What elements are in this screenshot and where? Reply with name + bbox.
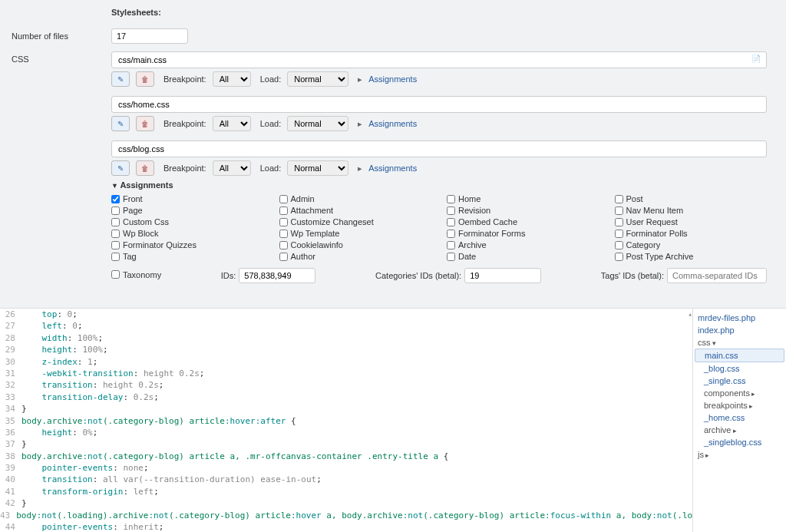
code-line[interactable]: 27 left: 0; bbox=[0, 320, 692, 332]
assign-item[interactable]: Archive bbox=[447, 240, 599, 249]
assign-checkbox[interactable] bbox=[447, 253, 455, 261]
assign-item[interactable]: Attachment bbox=[279, 206, 432, 215]
assign-item[interactable]: Category bbox=[615, 240, 768, 249]
code-text[interactable]: top: 0; bbox=[21, 309, 692, 320]
code-text[interactable]: z-index: 1; bbox=[21, 356, 692, 368]
assign-checkbox[interactable] bbox=[111, 241, 120, 249]
assign-checkbox[interactable] bbox=[615, 241, 623, 249]
code-text[interactable]: } bbox=[21, 497, 692, 509]
assign-item[interactable]: Wp Block bbox=[111, 229, 264, 238]
assign-item[interactable]: Wp Template bbox=[279, 229, 432, 238]
assign-checkbox[interactable] bbox=[279, 230, 288, 238]
assign-item[interactable]: Forminator Quizzes bbox=[111, 240, 264, 249]
file-tree-folder[interactable]: breakpoints bbox=[695, 399, 784, 411]
code-text[interactable]: -webkit-transition: height 0.2s; bbox=[21, 368, 692, 379]
assign-checkbox[interactable] bbox=[615, 230, 623, 238]
assign-checkbox[interactable] bbox=[615, 253, 623, 261]
file-tree-folder[interactable]: js bbox=[695, 448, 784, 461]
assign-item[interactable]: Date bbox=[447, 252, 599, 261]
code-text[interactable]: transition: height 0.2s; bbox=[21, 379, 692, 391]
file-tree-file[interactable]: main.css bbox=[695, 349, 784, 362]
assign-checkbox[interactable] bbox=[615, 207, 623, 215]
trash-icon[interactable]: 🗑 bbox=[136, 160, 154, 176]
file-tree-file[interactable]: mrdev-files.php bbox=[695, 312, 784, 324]
assign-checkbox[interactable] bbox=[279, 241, 288, 249]
assign-item[interactable]: Home bbox=[447, 194, 599, 203]
code-text[interactable]: height: 0%; bbox=[21, 427, 692, 438]
ids-input[interactable] bbox=[239, 268, 315, 283]
assign-checkbox[interactable] bbox=[447, 195, 455, 203]
assign-item[interactable]: User Request bbox=[615, 217, 768, 226]
file-tree-file[interactable]: _single.css bbox=[695, 375, 784, 387]
code-text[interactable]: pointer-events: none; bbox=[21, 462, 692, 474]
assign-checkbox[interactable] bbox=[447, 230, 455, 238]
assignments-header[interactable]: Assignments bbox=[111, 180, 767, 190]
file-tree-file[interactable]: _singleblog.css bbox=[695, 436, 784, 448]
code-line[interactable]: 34} bbox=[0, 403, 692, 415]
document-icon[interactable]: 📄 bbox=[751, 55, 761, 63]
scroll-up-icon[interactable]: ▴ bbox=[689, 310, 692, 318]
assign-checkbox[interactable] bbox=[447, 218, 455, 226]
load-select[interactable]: Normal bbox=[287, 71, 348, 87]
assign-checkbox[interactable] bbox=[279, 253, 288, 261]
assign-checkbox[interactable] bbox=[111, 218, 120, 226]
assign-item[interactable]: Oembed Cache bbox=[447, 217, 599, 226]
css-path-input[interactable] bbox=[111, 140, 767, 157]
css-path-input[interactable] bbox=[111, 51, 767, 68]
code-line[interactable]: 41 transform-origin: left; bbox=[0, 486, 692, 497]
breakpoint-select[interactable]: All bbox=[213, 160, 251, 176]
code-line[interactable]: 40 transition: all var(--transition-dura… bbox=[0, 474, 692, 485]
code-text[interactable]: body.archive:not(.category-blog) article… bbox=[21, 451, 692, 462]
assign-checkbox[interactable] bbox=[279, 207, 288, 215]
code-line[interactable]: 35body.archive:not(.category-blog) artic… bbox=[0, 415, 692, 427]
assignments-link[interactable]: Assignments bbox=[368, 164, 417, 173]
assign-item[interactable]: Front bbox=[111, 194, 264, 203]
load-select[interactable]: Normal bbox=[287, 116, 348, 131]
taxonomy-item[interactable]: Taxonomy bbox=[111, 270, 161, 279]
code-panel[interactable]: ▴ 26 top: 0;27 left: 0;28 width: 100%;29… bbox=[0, 309, 692, 532]
code-line[interactable]: 31 -webkit-transition: height 0.2s; bbox=[0, 368, 692, 379]
code-line[interactable]: 33 transition-delay: 0.2s; bbox=[0, 392, 692, 403]
cat-ids-input[interactable] bbox=[464, 268, 541, 283]
code-line[interactable]: 37} bbox=[0, 438, 692, 450]
code-line[interactable]: 43body:not(.loading).archive:not(.catego… bbox=[0, 510, 692, 521]
file-tree-file[interactable]: _blog.css bbox=[695, 362, 784, 375]
file-tree-file[interactable]: index.php bbox=[695, 324, 784, 336]
code-line[interactable]: 36 height: 0%; bbox=[0, 427, 692, 438]
code-text[interactable]: } bbox=[21, 403, 692, 415]
assign-item[interactable]: Customize Changeset bbox=[279, 217, 432, 226]
assign-checkbox[interactable] bbox=[279, 218, 288, 226]
code-line[interactable]: 38body.archive:not(.category-blog) artic… bbox=[0, 451, 692, 462]
assign-item[interactable]: Author bbox=[279, 252, 432, 261]
assign-checkbox[interactable] bbox=[279, 195, 288, 203]
load-select[interactable]: Normal bbox=[287, 160, 348, 176]
code-text[interactable]: pointer-events: inherit; bbox=[21, 521, 692, 532]
code-text[interactable]: } bbox=[21, 438, 692, 450]
code-text[interactable]: transition-delay: 0.2s; bbox=[21, 392, 692, 403]
assign-checkbox[interactable] bbox=[615, 218, 623, 226]
code-line[interactable]: 32 transition: height 0.2s; bbox=[0, 379, 692, 391]
trash-icon[interactable]: 🗑 bbox=[136, 71, 154, 87]
file-tree-folder[interactable]: css bbox=[695, 336, 784, 349]
edit-icon[interactable]: ✎ bbox=[111, 116, 130, 131]
assign-item[interactable]: Post bbox=[615, 194, 768, 203]
code-text[interactable]: body.archive:not(.category-blog) article… bbox=[21, 415, 692, 427]
code-text[interactable]: body:not(.loading).archive:not(.category… bbox=[16, 510, 692, 521]
assign-item[interactable]: Forminator Forms bbox=[447, 229, 599, 238]
assign-checkbox[interactable] bbox=[447, 207, 455, 215]
code-text[interactable]: transition: all var(--transition-duratio… bbox=[21, 474, 692, 485]
code-line[interactable]: 26 top: 0; bbox=[0, 309, 692, 320]
assign-checkbox[interactable] bbox=[111, 207, 120, 215]
assign-checkbox[interactable] bbox=[111, 253, 120, 261]
assign-item[interactable]: Custom Css bbox=[111, 217, 264, 226]
assign-item[interactable]: Page bbox=[111, 206, 264, 215]
code-text[interactable]: height: 100%; bbox=[21, 344, 692, 355]
assign-item[interactable]: Forminator Polls bbox=[615, 229, 768, 238]
assign-checkbox[interactable] bbox=[615, 195, 623, 203]
code-line[interactable]: 28 width: 100%; bbox=[0, 332, 692, 344]
assignments-link[interactable]: Assignments bbox=[368, 119, 417, 128]
edit-icon[interactable]: ✎ bbox=[111, 71, 130, 87]
assign-item[interactable]: Nav Menu Item bbox=[615, 206, 768, 215]
code-text[interactable]: transform-origin: left; bbox=[21, 486, 692, 497]
assign-item[interactable]: Revision bbox=[447, 206, 599, 215]
